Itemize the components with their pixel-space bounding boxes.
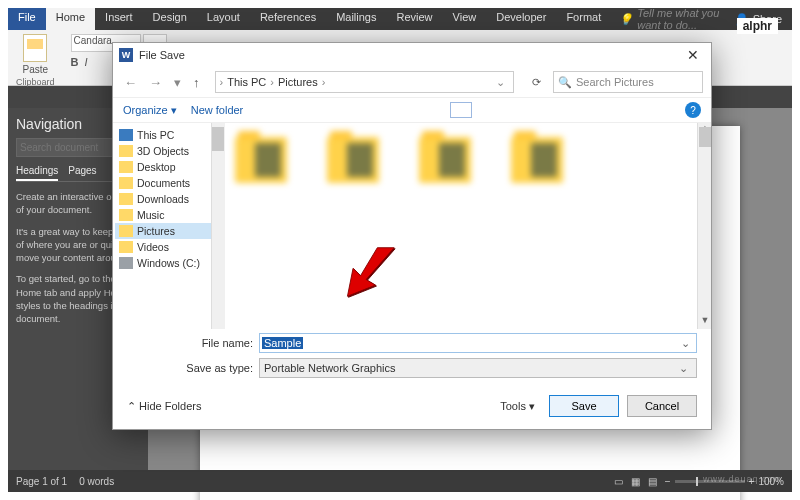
status-page[interactable]: Page 1 of 1 bbox=[16, 476, 67, 487]
cancel-button[interactable]: Cancel bbox=[627, 395, 697, 417]
chevron-right-icon: › bbox=[220, 76, 224, 88]
folder-tree: This PC 3D Objects Desktop Documents Dow… bbox=[113, 123, 225, 329]
tree-pictures[interactable]: Pictures bbox=[115, 223, 223, 239]
chevron-right-icon: › bbox=[270, 76, 274, 88]
folder-icon bbox=[119, 209, 133, 221]
clipboard-icon bbox=[23, 34, 47, 62]
status-bar: Page 1 of 1 0 words ▭ ▦ ▤ − + 100% bbox=[8, 470, 792, 492]
filename-value: Sample bbox=[262, 337, 303, 349]
tab-home[interactable]: Home bbox=[46, 8, 95, 30]
crumb-pictures[interactable]: Pictures bbox=[276, 76, 320, 88]
chevron-right-icon: › bbox=[322, 76, 326, 88]
nav-up-icon[interactable]: ↑ bbox=[190, 75, 203, 90]
tab-design[interactable]: Design bbox=[143, 8, 197, 30]
close-icon[interactable]: ✕ bbox=[681, 47, 705, 63]
tree-this-pc[interactable]: This PC bbox=[115, 127, 223, 143]
folder-icon bbox=[119, 225, 133, 237]
scroll-down-icon[interactable]: ▼ bbox=[698, 315, 712, 329]
view-options-icon[interactable] bbox=[450, 102, 472, 118]
save-button[interactable]: Save bbox=[549, 395, 619, 417]
status-words[interactable]: 0 words bbox=[79, 476, 114, 487]
word-icon: W bbox=[119, 48, 133, 62]
folder-item[interactable] bbox=[511, 137, 563, 183]
view-read-icon[interactable]: ▭ bbox=[614, 476, 623, 487]
tab-file[interactable]: File bbox=[8, 8, 46, 30]
tree-3d-objects[interactable]: 3D Objects bbox=[115, 143, 223, 159]
folder-icon bbox=[119, 145, 133, 157]
help-icon[interactable]: ? bbox=[685, 102, 701, 118]
savetype-label: Save as type: bbox=[173, 362, 253, 374]
nav-tab-pages[interactable]: Pages bbox=[68, 165, 96, 181]
pc-icon bbox=[119, 129, 133, 141]
dialog-title: File Save bbox=[139, 49, 185, 61]
paste-button[interactable]: Paste bbox=[16, 34, 55, 75]
tab-developer[interactable]: Developer bbox=[486, 8, 556, 30]
nav-forward-icon[interactable]: → bbox=[146, 75, 165, 90]
tools-menu[interactable]: Tools ▾ bbox=[494, 400, 541, 413]
folder-icon bbox=[119, 193, 133, 205]
file-list[interactable] bbox=[225, 123, 697, 329]
tree-desktop[interactable]: Desktop bbox=[115, 159, 223, 175]
tab-review[interactable]: Review bbox=[387, 8, 443, 30]
refresh-icon[interactable]: ⟳ bbox=[526, 76, 547, 89]
hide-folders-toggle[interactable]: ⌃ Hide Folders bbox=[127, 400, 201, 413]
tree-scrollbar[interactable] bbox=[211, 123, 225, 329]
nav-back-icon[interactable]: ← bbox=[121, 75, 140, 90]
folder-icon bbox=[119, 177, 133, 189]
search-placeholder: Search Pictures bbox=[576, 76, 654, 88]
folder-icon bbox=[119, 241, 133, 253]
folder-icon bbox=[119, 161, 133, 173]
view-print-icon[interactable]: ▦ bbox=[631, 476, 640, 487]
savetype-dropdown-icon[interactable]: ⌄ bbox=[675, 362, 692, 375]
nav-recent-icon[interactable]: ▾ bbox=[171, 75, 184, 90]
savetype-value: Portable Network Graphics bbox=[264, 362, 395, 374]
view-web-icon[interactable]: ▤ bbox=[648, 476, 657, 487]
new-folder-button[interactable]: New folder bbox=[191, 104, 244, 116]
search-input[interactable]: 🔍 Search Pictures bbox=[553, 71, 703, 93]
filename-dropdown-icon[interactable]: ⌄ bbox=[677, 337, 694, 350]
drive-icon bbox=[119, 257, 133, 269]
italic-button[interactable]: I bbox=[84, 56, 87, 68]
folder-item[interactable] bbox=[327, 137, 379, 183]
tree-documents[interactable]: Documents bbox=[115, 175, 223, 191]
tab-view[interactable]: View bbox=[443, 8, 487, 30]
tell-me-placeholder: Tell me what you want to do... bbox=[637, 7, 724, 31]
watermark: www.deuaq.com bbox=[703, 474, 782, 484]
paste-label: Paste bbox=[22, 64, 48, 75]
tree-videos[interactable]: Videos bbox=[115, 239, 223, 255]
address-bar[interactable]: › This PC › Pictures › ⌄ bbox=[215, 71, 515, 93]
tab-references[interactable]: References bbox=[250, 8, 326, 30]
tell-me-search[interactable]: 💡 Tell me what you want to do... bbox=[611, 8, 724, 30]
nav-tab-headings[interactable]: Headings bbox=[16, 165, 58, 181]
filename-label: File name: bbox=[173, 337, 253, 349]
zoom-out-icon[interactable]: − bbox=[665, 476, 671, 487]
tab-format[interactable]: Format bbox=[556, 8, 611, 30]
folder-item[interactable] bbox=[419, 137, 471, 183]
file-scrollbar[interactable]: ▲ ▼ bbox=[697, 123, 711, 329]
filename-input[interactable]: Sample ⌄ bbox=[259, 333, 697, 353]
tab-layout[interactable]: Layout bbox=[197, 8, 250, 30]
tree-music[interactable]: Music bbox=[115, 207, 223, 223]
brand-logo: alphr bbox=[737, 18, 778, 34]
savetype-select[interactable]: Portable Network Graphics ⌄ bbox=[259, 358, 697, 378]
crumb-this-pc[interactable]: This PC bbox=[225, 76, 268, 88]
search-icon: 🔍 bbox=[558, 76, 572, 89]
clipboard-group-label: Clipboard bbox=[16, 77, 55, 87]
tab-mailings[interactable]: Mailings bbox=[326, 8, 386, 30]
tree-windows-c[interactable]: Windows (C:) bbox=[115, 255, 223, 271]
tab-insert[interactable]: Insert bbox=[95, 8, 143, 30]
tree-downloads[interactable]: Downloads bbox=[115, 191, 223, 207]
organize-menu[interactable]: Organize ▾ bbox=[123, 104, 177, 117]
address-dropdown-icon[interactable]: ⌄ bbox=[492, 76, 509, 89]
ribbon-tabs: File Home Insert Design Layout Reference… bbox=[8, 8, 792, 30]
bold-button[interactable]: B bbox=[71, 56, 79, 68]
folder-item[interactable] bbox=[235, 137, 287, 183]
file-save-dialog: W File Save ✕ ← → ▾ ↑ › This PC › Pictur… bbox=[112, 42, 712, 430]
